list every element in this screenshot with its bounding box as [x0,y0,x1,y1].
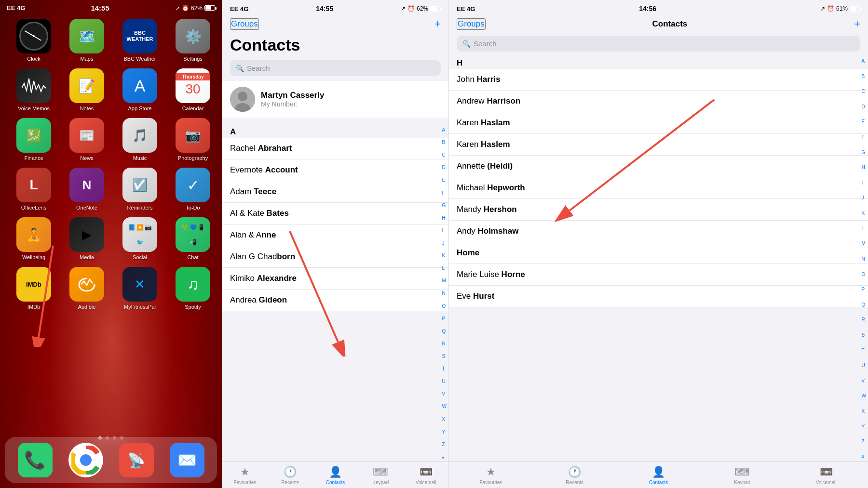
app-media[interactable]: ▶ Media [63,217,111,260]
tab-favourites-3[interactable]: ★ Favourites [449,466,533,485]
app-spotify[interactable]: ♫ Spotify [169,267,217,310]
contact-alan-g-chadborn[interactable]: Alan G Chadborn [222,246,448,268]
app-myfitnesspal-label: MyFitnessPal [124,304,156,310]
app-music[interactable]: 🎵 Music [116,118,164,161]
contacts-label-2: Contacts [326,480,345,485]
status-bar-2: EE 4G 14:55 ↗ ⏰ 62% [222,0,448,15]
section-header-h: H [449,56,868,69]
contact-al-kate-bates[interactable]: Al & Kate Bates [222,203,448,224]
time-display: 14:55 [91,4,109,12]
app-calendar[interactable]: Thursday 30 Calendar [169,68,217,111]
contacts-header-2: Groups + [222,15,448,34]
battery-icon [204,5,215,11]
contact-rachel-abrahart[interactable]: Rachel Abrahart [222,138,448,159]
battery-area-3: ↗ ⏰ 61% [820,5,860,12]
plus-button-3[interactable]: + [854,19,860,29]
voicemail-icon-2: 📼 [420,466,433,478]
contact-home[interactable]: Home [449,242,868,264]
app-clock[interactable]: Clock [10,19,58,62]
contact-annette-heidi[interactable]: Annette (Heidi) [449,156,868,177]
contact-adam-teece[interactable]: Adam Teece [222,181,448,203]
app-reminders[interactable]: ☑️ Reminders [116,168,164,211]
app-chat[interactable]: 💚💙 📱📲 Chat [169,217,217,260]
dock-cast[interactable]: 📡 [119,443,154,477]
battery-area: ↗ ⏰ 62% [175,5,215,12]
app-todo[interactable]: ✓ To-Do [169,168,217,211]
phone1-home-screen: EE 4G 14:55 ↗ ⏰ 62% Clock 🗺️ Maps [0,0,222,488]
contact-alan-anne[interactable]: Alan & Anne [222,224,448,246]
app-office-lens[interactable]: L OfficeLens [10,168,58,211]
tab-bar-2: ★ Favourites 🕐 Recents 👤 Contacts ⌨ Keyp… [222,462,448,488]
search-bar-3[interactable]: 🔍 Search [457,36,860,52]
alphabet-sidebar-2[interactable]: ABCDEF GHIJK LMNOPQ RSTUVW XYZ# [442,125,447,462]
app-voice-memos-label: Voice Memos [18,106,50,111]
app-audible-label: Audible [78,304,96,310]
contacts-list-3: H John Harris Andrew Harrison Karen Hasl… [449,56,868,462]
app-settings[interactable]: ⚙️ Settings [169,19,217,62]
app-app-store[interactable]: A App Store [116,68,164,111]
contact-andy-holmshaw[interactable]: Andy Holmshaw [449,221,868,242]
contact-eve-hurst[interactable]: Eve Hurst [449,286,868,307]
tab-recents-2[interactable]: 🕐 Recents [268,466,313,485]
tab-voicemail-3[interactable]: 📼 Voicemail [784,466,868,485]
app-wellbeing[interactable]: 🧘 Wellbeing [10,217,58,260]
plus-button[interactable]: + [434,19,441,29]
tab-contacts-2[interactable]: 👤 Contacts [313,466,358,485]
app-social[interactable]: 📘▶️ 📷🐦 Social [116,217,164,260]
app-notes[interactable]: 📝 Notes [63,68,111,111]
contact-marie-luise-horne[interactable]: Marie Luise Horne [449,264,868,286]
status-bar-3: EE 4G 14:56 ↗ ⏰ 61% [449,0,868,15]
app-maps[interactable]: 🗺️ Maps [63,19,111,62]
app-maps-label: Maps [81,56,94,62]
app-todo-label: To-Do [186,205,200,211]
tab-recents-3[interactable]: 🕐 Recents [533,466,617,485]
app-onenote[interactable]: N OneNote [63,168,111,211]
search-placeholder-2: Search [247,64,270,72]
contact-karen-haslem[interactable]: Karen Haslem [449,134,868,156]
app-music-label: Music [133,155,147,161]
dock-phone[interactable]: 📞 [18,443,53,477]
search-bar-2[interactable]: 🔍 Search [230,60,441,76]
app-media-label: Media [80,254,94,260]
app-news[interactable]: 📰 News [63,118,111,161]
app-photography-label: Photography [178,155,208,161]
keypad-icon-2: ⌨ [373,466,388,478]
contact-john-harris[interactable]: John Harris [449,69,868,91]
dock-mail[interactable]: ✉️ [170,443,204,477]
app-photography[interactable]: 📷 Photography [169,118,217,161]
contact-andrew-harrison[interactable]: Andrew Harrison [449,91,868,112]
contact-evernote-account[interactable]: Evernote Account [222,159,448,181]
app-imdb[interactable]: IMDb IMDb [10,267,58,310]
app-finance[interactable]: 💹 Finance [10,118,58,161]
contact-michael-hepworth[interactable]: Michael Hepworth [449,177,868,199]
contact-andrea-gideon[interactable]: Andrea Gideon [222,290,448,311]
tab-favourites-2[interactable]: ★ Favourites [222,466,268,485]
groups-button[interactable]: Groups [230,18,259,30]
location-icon: ↗ [175,5,180,12]
dock-chrome[interactable] [68,443,103,477]
app-voice-memos[interactable]: Voice Memos [10,68,58,111]
favourites-icon-2: ★ [240,466,250,478]
search-placeholder-3: Search [474,40,497,48]
app-notes-label: Notes [80,106,94,111]
recents-icon-2: 🕐 [284,466,297,478]
voicemail-icon-3: 📼 [820,466,833,478]
app-finance-label: Finance [24,155,43,161]
my-card[interactable]: Martyn Casserly My Number: [222,81,448,118]
tab-voicemail-2[interactable]: 📼 Voicemail [403,466,448,485]
groups-button-3[interactable]: Groups [457,18,486,30]
favourites-label-3: Favourites [480,480,502,485]
contacts-icon-2: 👤 [329,466,342,478]
app-audible[interactable]: Audible [63,267,111,310]
tab-contacts-3[interactable]: 👤 Contacts [617,466,701,485]
contact-karen-haslam[interactable]: Karen Haslam [449,112,868,134]
contact-kimiko-alexandre[interactable]: Kimiko Alexandre [222,268,448,290]
alphabet-sidebar-3[interactable]: ABCDEF GHIJ KLMNOP QRSTUV WXYZ# [862,56,866,462]
contact-mandy-hershon[interactable]: Mandy Hershon [449,199,868,221]
app-myfitnesspal[interactable]: ✕ MyFitnessPal [116,267,164,310]
keypad-icon-3: ⌨ [734,466,750,478]
recents-label-3: Recents [566,480,583,485]
tab-keypad-3[interactable]: ⌨ Keypad [700,466,784,485]
tab-keypad-2[interactable]: ⌨ Keypad [358,466,403,485]
app-bbc-weather[interactable]: BBCWEATHER BBC Weather [116,19,164,62]
